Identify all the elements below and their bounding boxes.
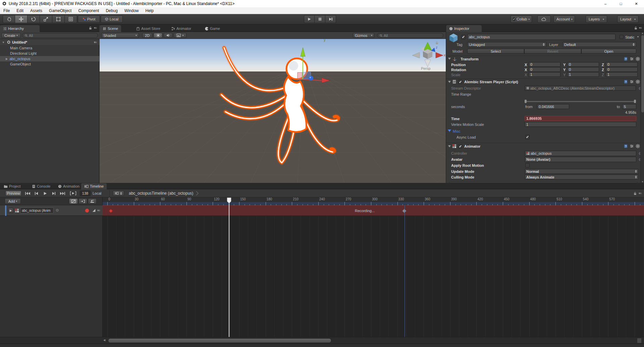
previous-frame-button[interactable] [32,191,40,196]
axis-y-label[interactable]: y [324,39,326,42]
timeline-marker-line[interactable] [405,205,405,337]
scene-foldout-icon[interactable]: ▼ [2,41,5,44]
alembic-foldout-icon[interactable] [448,81,451,83]
tab-project[interactable]: Project [1,183,23,189]
playhead-line[interactable] [229,202,229,337]
cloud-button[interactable] [537,15,551,23]
tab-console[interactable]: Console [29,183,53,189]
axis-z-label[interactable]: z [436,45,438,49]
shading-mode-dropdown[interactable]: Shaded▾ [101,33,139,38]
layer-dropdown[interactable]: Default [562,42,636,47]
culling-mode-dropdown[interactable]: Always Animate [525,175,639,180]
recording-clip-track[interactable]: Recording... [103,205,644,216]
tab-scene[interactable]: Scene [100,25,121,32]
menu-component[interactable]: Component [75,7,102,14]
time-range-slider[interactable] [525,100,636,103]
timeline-zoom-button[interactable] [637,338,642,343]
slider-handle-min[interactable] [525,100,527,103]
scale-tool-button[interactable] [40,15,52,23]
tab-animator[interactable]: Animator [168,25,194,32]
stream-descriptor-field[interactable]: abc_octopus_ABCDesc (AlembicStreamDescri… [525,86,636,91]
controller-field[interactable]: abc_octopus [525,151,636,156]
step-button[interactable] [325,15,336,23]
transform-tool-button[interactable] [65,15,77,23]
track-curves-icon[interactable] [92,208,96,212]
animator-foldout-icon[interactable] [448,145,451,147]
hierarchy-search-input[interactable]: All [22,33,98,38]
scene-menu-icon[interactable]: ▾≡ [94,41,97,44]
help-icon[interactable] [624,80,628,84]
local-toggle-button[interactable]: Local [101,15,123,23]
playhead-marker[interactable] [227,197,231,204]
hierarchy-item-main-camera[interactable]: Main Camera [0,45,99,51]
add-track-button[interactable]: Add▾ [5,198,21,204]
scene-row-untitled[interactable]: ▼ Untitled* ▾≡ [0,40,99,45]
timeline-asset-button[interactable] [113,191,124,196]
gizmos-dropdown[interactable]: Gizmos▾ [353,33,374,38]
scroll-down-icon[interactable]: ▼ [641,181,644,183]
gear-icon[interactable] [636,144,640,148]
timeline-units-dropdown[interactable]: Local [93,191,101,196]
alembic-enabled-checkbox[interactable] [458,80,462,84]
vertex-motion-scale-field[interactable]: 1 [525,122,636,127]
scene-effects-toggle[interactable]: ▾ [174,33,186,38]
static-checkbox[interactable] [620,35,624,39]
tab-timeline[interactable]: Timeline [81,183,107,189]
edit-mode-replace-button[interactable] [88,198,97,204]
rotate-tool-button[interactable] [28,15,40,23]
item-foldout-icon[interactable]: ▶ [6,57,8,60]
animation-track-header[interactable]: ▶ abc_octopus (Anim ⊙ ▾≡ [0,205,103,216]
help-icon[interactable] [624,144,628,148]
apply-root-motion-checkbox[interactable] [525,163,530,167]
gameobject-active-checkbox[interactable] [461,35,466,39]
hand-tool-button[interactable] [3,15,15,23]
timeline-lock-icon[interactable] [633,192,637,195]
scroll-up-icon[interactable]: ▲ [641,32,644,34]
object-picker-icon[interactable]: ⊙ [56,208,59,212]
tag-dropdown[interactable]: Untagged [467,42,546,47]
scroll-left-icon[interactable]: ◀ [103,339,105,342]
track-menu-icon[interactable]: ▾≡ [97,209,100,212]
layout-dropdown[interactable]: Layout▾ [617,15,639,23]
hierarchy-item-abc-octopus[interactable]: ▶ abc_octopus [0,56,99,61]
maximize-button[interactable]: □ [613,0,629,7]
rotation-y-field[interactable]: 0 [567,67,599,72]
hscrollbar-thumb[interactable] [108,338,331,343]
menu-assets[interactable]: Assets [27,7,46,14]
misc-foldout-icon[interactable] [448,130,451,132]
account-dropdown[interactable]: Account▾ [553,15,575,23]
gear-icon[interactable] [636,80,640,84]
timeline-play-button[interactable] [41,191,49,196]
position-y-field[interactable]: 0 [567,62,599,67]
collab-dropdown[interactable]: ✓ Collab▾ [511,15,532,23]
scene-viewport[interactable]: y x z Persp [100,39,446,183]
inspector-lock-icon[interactable] [634,26,638,30]
async-load-checkbox[interactable] [525,135,530,139]
move-tool-button[interactable] [15,15,28,23]
inspector-scrollbar[interactable]: ▲ ▼ [640,32,644,183]
scene-search-input[interactable]: All [377,33,443,38]
scale-z-field[interactable]: 1 [606,72,638,77]
pause-button[interactable] [315,15,325,23]
slider-handle-max[interactable] [634,100,636,103]
avatar-field[interactable]: None (Avatar) [525,157,636,162]
effects-caret-icon[interactable]: ▾ [182,34,183,37]
position-z-field[interactable]: 0 [606,62,638,67]
close-button[interactable]: ✕ [629,0,644,7]
timeline-content-area[interactable] [103,216,644,337]
menu-edit[interactable]: Edit [13,7,27,14]
from-field[interactable]: 0.041666 [537,104,569,109]
model-select-button[interactable]: Select [467,49,524,54]
pivot-toggle-button[interactable]: Pivot [78,15,100,23]
go-to-start-button[interactable] [23,191,32,196]
rotation-z-field[interactable]: 0 [606,67,638,72]
layers-dropdown[interactable]: Layers▾ [586,15,607,23]
preset-icon[interactable] [630,57,634,61]
play-button[interactable] [304,15,315,23]
record-toggle-button[interactable] [85,209,89,212]
axis-x-label[interactable]: x [444,53,446,57]
edit-mode-ripple-button[interactable] [78,198,87,204]
timeline-menu-icon[interactable]: ▾≡ [639,192,641,195]
tab-asset-store[interactable]: Asset Store [133,25,163,32]
model-revert-button[interactable]: Revert [524,49,581,54]
